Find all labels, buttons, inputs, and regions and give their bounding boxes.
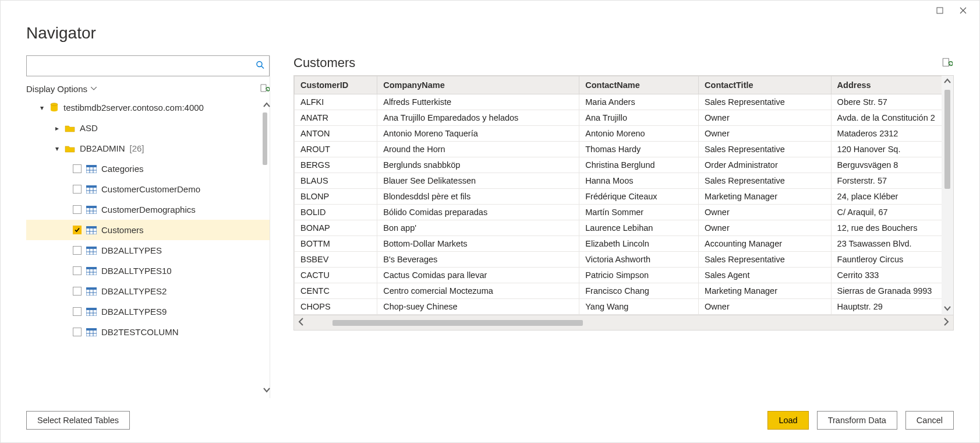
table-row[interactable]: CENTCCentro comercial MoctezumaFrancisco…: [295, 283, 953, 299]
table-cell: Marketing Manager: [699, 283, 832, 299]
table-row[interactable]: BOTTMBottom-Dollar MarketsElizabeth Linc…: [295, 236, 953, 252]
checkbox-checked[interactable]: [73, 226, 82, 234]
table-cell: Chop-suey Chinese: [377, 299, 579, 315]
svg-rect-15: [86, 267, 97, 269]
tree-table-item[interactable]: CustomerDemographics: [26, 199, 270, 220]
tree-table-item[interactable]: DB2ALLTYPES2: [26, 281, 270, 301]
tree-server-label: testibmdb2server.contoso.com:4000: [63, 103, 204, 112]
table-row[interactable]: BLONPBlondesddsl père et filsFrédérique …: [295, 189, 953, 205]
table-cell: 24, place Kléber: [831, 189, 953, 205]
table-cell: Ana Trujillo Emparedados y helados: [377, 110, 579, 126]
table-row[interactable]: BERGSBerglunds snabbköpChristina Berglun…: [295, 157, 953, 173]
table-cell: Francisco Chang: [579, 283, 699, 299]
svg-rect-21: [86, 328, 97, 331]
table-cell: Fauntleroy Circus: [831, 252, 953, 268]
scrollbar-thumb[interactable]: [944, 90, 950, 189]
horizontal-scrollbar[interactable]: [294, 315, 953, 330]
table-icon: [86, 287, 97, 296]
table-row[interactable]: CACTUCactus Comidas para llevarPatricio …: [295, 268, 953, 283]
tree-table-item[interactable]: Categories: [26, 159, 270, 179]
tree-table-label: DB2ALLTYPES10: [101, 266, 172, 276]
table-row[interactable]: AROUTAround the HornThomas HardySales Re…: [295, 142, 953, 157]
tree-table-item[interactable]: Customers: [26, 220, 270, 240]
table-row[interactable]: CHOPSChop-suey ChineseYang WangOwnerHaup…: [295, 299, 953, 315]
table-cell: Owner: [699, 220, 832, 236]
table-cell: Forsterstr. 57: [831, 173, 953, 189]
tree-table-label: DB2TESTCOLUMN: [101, 327, 179, 337]
tree-folder-asd[interactable]: ▸ ASD: [26, 118, 270, 138]
load-button[interactable]: Load: [767, 411, 808, 430]
scroll-up-icon[interactable]: [944, 77, 951, 86]
maximize-button[interactable]: [928, 2, 951, 19]
refresh-icon[interactable]: [259, 83, 270, 94]
search-icon[interactable]: [256, 61, 265, 72]
dialog-footer: Select Related Tables Load Transform Dat…: [1, 398, 979, 442]
table-row[interactable]: BONAPBon app'Laurence LebihanOwner12, ru…: [295, 220, 953, 236]
tree-table-item[interactable]: CustomerCustomerDemo: [26, 179, 270, 199]
table-icon: [86, 308, 97, 316]
table-row[interactable]: BSBEVB's BeveragesVictoria AshworthSales…: [295, 252, 953, 268]
page-title: Navigator: [1, 20, 979, 55]
table-row[interactable]: ANTONAntonio Moreno TaqueríaAntonio More…: [295, 126, 953, 142]
checkbox-unchecked[interactable]: [73, 287, 82, 296]
preview-title: Customers: [293, 55, 355, 71]
table-cell: Antonio Moreno: [579, 126, 699, 142]
table-cell: BERGS: [295, 157, 377, 173]
refresh-preview-icon[interactable]: [941, 57, 953, 69]
checkbox-unchecked[interactable]: [73, 307, 82, 316]
chevron-down-icon: [91, 87, 97, 90]
table-row[interactable]: BOLIDBólido Comidas preparadasMartín Som…: [295, 205, 953, 220]
table-cell: B's Beverages: [377, 252, 579, 268]
svg-rect-9: [86, 206, 97, 208]
column-header[interactable]: CustomerID: [295, 76, 377, 94]
tree-scrollbar[interactable]: [263, 112, 267, 165]
svg-rect-17: [86, 287, 97, 290]
checkbox-unchecked[interactable]: [73, 246, 82, 255]
checkbox-unchecked[interactable]: [73, 205, 82, 214]
tree-table-item[interactable]: DB2TESTCOLUMN: [26, 322, 270, 342]
table-cell: CHOPS: [295, 299, 377, 315]
transform-data-button[interactable]: Transform Data: [817, 411, 897, 430]
table-cell: Martín Sommer: [579, 205, 699, 220]
tree-server-node[interactable]: ▾ testibmdb2server.contoso.com:4000: [26, 97, 270, 118]
column-header[interactable]: ContactTitle: [699, 76, 832, 94]
table-cell: Elizabeth Lincoln: [579, 236, 699, 252]
table-row[interactable]: ANATRAna Trujillo Emparedados y heladosA…: [295, 110, 953, 126]
table-row[interactable]: BLAUSBlauer See DelikatessenHanna MoosSa…: [295, 173, 953, 189]
column-header[interactable]: ContactName: [579, 76, 699, 94]
tree-table-item[interactable]: DB2ALLTYPES: [26, 240, 270, 261]
cancel-button[interactable]: Cancel: [905, 411, 954, 430]
checkbox-unchecked[interactable]: [73, 164, 82, 173]
close-button[interactable]: [951, 2, 975, 19]
svg-rect-5: [86, 165, 97, 167]
search-input[interactable]: [26, 55, 270, 76]
column-header[interactable]: CompanyName: [377, 76, 579, 94]
scroll-left-icon[interactable]: [298, 318, 305, 328]
svg-rect-13: [86, 247, 97, 249]
titlebar: [1, 1, 979, 20]
scroll-right-icon[interactable]: [943, 318, 950, 328]
table-cell: CENTC: [295, 283, 377, 299]
tree-table-item[interactable]: DB2ALLTYPES9: [26, 301, 270, 322]
vertical-scrollbar[interactable]: [942, 76, 953, 315]
checkbox-unchecked[interactable]: [73, 185, 82, 194]
scrollbar-thumb[interactable]: [332, 320, 583, 326]
scroll-down-icon[interactable]: [263, 386, 271, 396]
table-icon: [86, 247, 97, 255]
table-cell: C/ Araquil, 67: [831, 205, 953, 220]
select-related-tables-button[interactable]: Select Related Tables: [26, 411, 130, 430]
scroll-down-icon[interactable]: [944, 304, 951, 314]
table-row[interactable]: ALFKIAlfreds FutterkisteMaria AndersSale…: [295, 94, 953, 110]
column-header[interactable]: Address: [831, 76, 953, 94]
table-cell: Sales Representative: [699, 173, 832, 189]
folder-icon: [65, 145, 75, 153]
table-cell: BOTTM: [295, 236, 377, 252]
checkbox-unchecked[interactable]: [73, 328, 82, 336]
tree-folder-db2admin[interactable]: ▾ DB2ADMIN [26]: [26, 138, 270, 159]
table-cell: Centro comercial Moctezuma: [377, 283, 579, 299]
scroll-up-icon[interactable]: [263, 101, 271, 111]
display-options-dropdown[interactable]: Display Options: [26, 84, 97, 94]
table-cell: Hanna Moos: [579, 173, 699, 189]
tree-table-item[interactable]: DB2ALLTYPES10: [26, 261, 270, 281]
checkbox-unchecked[interactable]: [73, 266, 82, 275]
